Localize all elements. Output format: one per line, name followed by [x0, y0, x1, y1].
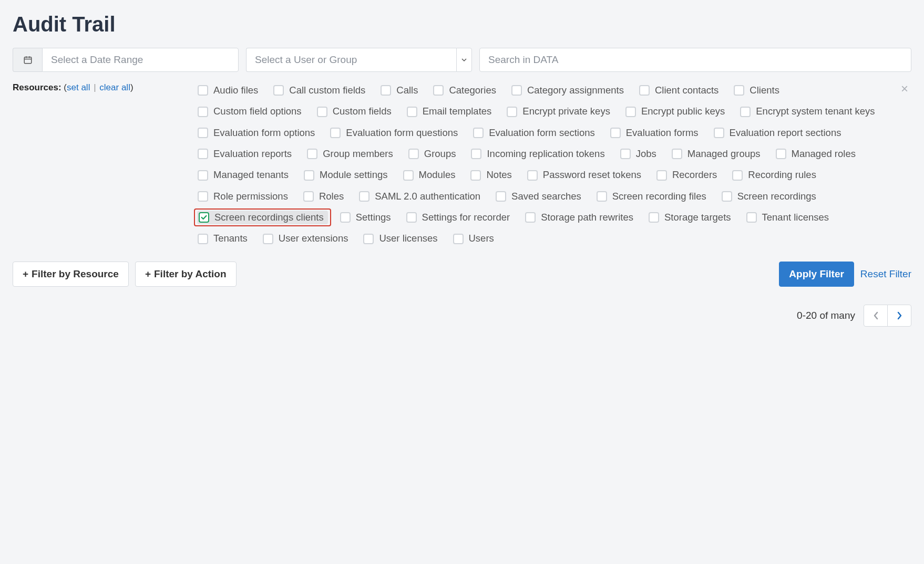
resource-chip[interactable]: Screen recording files — [595, 190, 711, 203]
resource-chip[interactable]: Managed roles — [774, 147, 860, 161]
resource-chip[interactable]: Custom fields — [315, 105, 396, 118]
checkbox-icon[interactable] — [303, 191, 314, 202]
chevron-down-icon[interactable] — [456, 48, 472, 72]
resource-chip[interactable]: Evaluation form questions — [328, 126, 462, 140]
resource-chip[interactable]: Saved searches — [494, 190, 586, 203]
checkbox-icon[interactable] — [746, 212, 757, 223]
checkbox-icon[interactable] — [740, 107, 751, 117]
apply-filter-button[interactable]: Apply Filter — [779, 262, 854, 287]
resource-chip[interactable]: Recorders — [655, 168, 721, 182]
resource-chip[interactable]: Encrypt public keys — [624, 105, 729, 118]
calendar-icon[interactable] — [13, 48, 42, 72]
checkbox-icon[interactable] — [722, 191, 732, 202]
user-group-select[interactable]: Select a User or Group — [246, 48, 472, 72]
checkbox-icon[interactable] — [776, 149, 786, 159]
checkbox-icon[interactable] — [406, 212, 417, 223]
resource-chip[interactable]: Managed groups — [670, 147, 765, 161]
resource-chip[interactable]: Jobs — [619, 147, 661, 161]
resource-chip[interactable]: Custom field options — [196, 105, 306, 118]
resource-chip[interactable]: Evaluation reports — [196, 147, 296, 161]
resource-chip[interactable]: Evaluation forms — [609, 126, 703, 140]
resource-chip[interactable]: Settings — [338, 211, 395, 224]
resource-chip[interactable]: Incoming replication tokens — [469, 147, 609, 161]
resource-chip[interactable]: Screen recordings clients — [197, 211, 328, 224]
resource-chip[interactable]: Encrypt system tenant keys — [738, 105, 879, 118]
resource-chip[interactable]: Category assignments — [510, 83, 628, 97]
search-input[interactable] — [479, 48, 911, 72]
checkbox-icon[interactable] — [198, 170, 208, 181]
checkbox-icon[interactable] — [714, 128, 724, 138]
resource-chip[interactable]: Screen recordings — [720, 190, 820, 203]
checkbox-icon[interactable] — [507, 107, 517, 117]
checkbox-icon[interactable] — [330, 128, 341, 138]
checkbox-icon[interactable] — [470, 170, 481, 181]
resource-chip[interactable]: Calls — [379, 83, 422, 97]
close-icon[interactable]: × — [898, 80, 911, 97]
date-range-input[interactable] — [42, 48, 239, 72]
filter-by-resource-button[interactable]: + Filter by Resource — [13, 262, 129, 287]
resource-chip[interactable]: Evaluation report sections — [712, 126, 846, 140]
checkbox-icon[interactable] — [610, 128, 621, 138]
resource-chip[interactable]: Users — [451, 232, 498, 245]
resource-chip[interactable]: Audio files — [196, 83, 262, 97]
checkbox-icon[interactable] — [511, 85, 522, 96]
resource-chip[interactable]: Evaluation form options — [196, 126, 319, 140]
checkbox-icon[interactable] — [471, 149, 481, 159]
checkbox-icon[interactable] — [732, 170, 743, 181]
prev-page-button[interactable] — [864, 305, 888, 327]
user-group-select-body[interactable]: Select a User or Group — [246, 48, 456, 72]
checkbox-icon[interactable] — [317, 107, 327, 117]
checkbox-icon[interactable] — [363, 234, 374, 244]
resource-chip[interactable]: Categories — [432, 83, 500, 97]
checkbox-icon[interactable] — [198, 149, 208, 159]
checkbox-icon[interactable] — [433, 85, 444, 96]
checkbox-icon[interactable] — [473, 128, 484, 138]
next-page-button[interactable] — [887, 305, 911, 327]
resource-chip[interactable]: Tenant licenses — [745, 211, 834, 224]
checkbox-icon[interactable] — [597, 191, 607, 202]
checkbox-icon[interactable] — [381, 85, 391, 96]
checkbox-icon[interactable] — [408, 149, 419, 159]
checkbox-icon[interactable] — [407, 107, 417, 117]
resource-chip[interactable]: Modules — [402, 168, 460, 182]
resource-chip[interactable]: Managed tenants — [196, 168, 293, 182]
resource-chip[interactable]: Role permissions — [196, 190, 292, 203]
resource-chip[interactable]: Encrypt private keys — [505, 105, 614, 118]
checkbox-icon[interactable] — [403, 170, 414, 181]
checkbox-icon[interactable] — [199, 212, 209, 223]
checkbox-icon[interactable] — [340, 212, 351, 223]
checkbox-icon[interactable] — [453, 234, 464, 244]
resource-chip[interactable]: Password reset tokens — [526, 168, 645, 182]
resource-chip[interactable]: Storage path rewrites — [523, 211, 638, 224]
resource-chip[interactable]: Recording rules — [731, 168, 820, 182]
checkbox-icon[interactable] — [734, 85, 744, 96]
resource-chip[interactable]: Groups — [407, 147, 460, 161]
checkbox-icon[interactable] — [639, 85, 650, 96]
checkbox-icon[interactable] — [359, 191, 369, 202]
resource-chip[interactable]: Call custom fields — [272, 83, 369, 97]
resources-set-all-link[interactable]: set all — [67, 82, 90, 92]
resource-chip[interactable]: Notes — [469, 168, 516, 182]
checkbox-icon[interactable] — [263, 234, 273, 244]
resource-chip[interactable]: Tenants — [196, 232, 252, 245]
resource-chip[interactable]: Email templates — [405, 105, 496, 118]
checkbox-icon[interactable] — [496, 191, 506, 202]
resource-chip[interactable]: Group members — [305, 147, 397, 161]
checkbox-icon[interactable] — [307, 149, 317, 159]
checkbox-icon[interactable] — [198, 128, 208, 138]
reset-filter-link[interactable]: Reset Filter — [860, 268, 911, 280]
checkbox-icon[interactable] — [656, 170, 667, 181]
checkbox-icon[interactable] — [625, 107, 636, 117]
checkbox-icon[interactable] — [198, 107, 208, 117]
checkbox-icon[interactable] — [649, 212, 659, 223]
checkbox-icon[interactable] — [527, 170, 538, 181]
resource-chip[interactable]: SAML 2.0 authentication — [357, 190, 485, 203]
checkbox-icon[interactable] — [525, 212, 536, 223]
checkbox-icon[interactable] — [672, 149, 682, 159]
resource-chip[interactable]: User licenses — [362, 232, 442, 245]
checkbox-icon[interactable] — [198, 234, 208, 244]
resources-clear-all-link[interactable]: clear all — [99, 82, 130, 92]
checkbox-icon[interactable] — [198, 85, 208, 96]
checkbox-icon[interactable] — [620, 149, 631, 159]
resource-chip[interactable]: Clients — [732, 83, 784, 97]
